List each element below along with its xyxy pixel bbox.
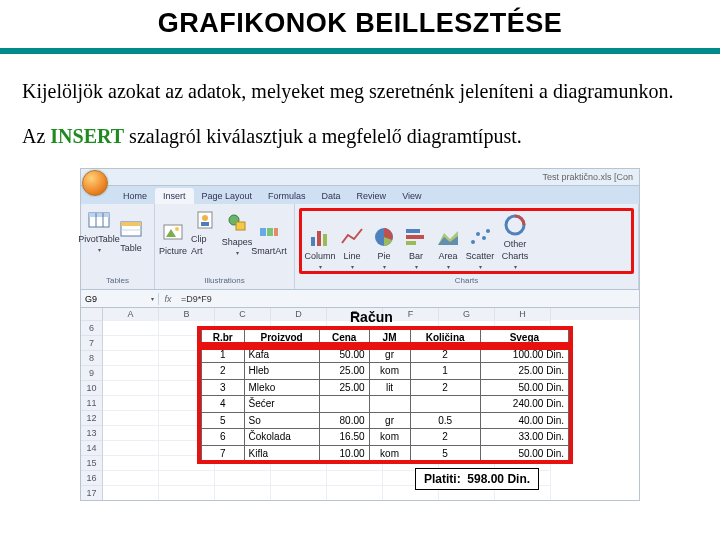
shapes-button[interactable]: Shapes▾ (223, 211, 251, 257)
row-header[interactable]: 13 (81, 425, 103, 440)
title-underline (0, 48, 720, 54)
formula-bar: G9▾ fx =D9*F9 (80, 290, 640, 308)
group-charts: Column▾ Line▾ Pie▾ (295, 204, 639, 289)
scatter-chart-button[interactable]: Scatter▾ (466, 225, 494, 271)
bar-chart-button[interactable]: Bar▾ (402, 225, 430, 271)
cell[interactable] (103, 455, 159, 470)
title-bar: GRAFIKONOK BEILLESZTÉSE (0, 0, 720, 60)
row-header[interactable]: 17 (81, 485, 103, 500)
cell[interactable] (103, 380, 159, 395)
racun-title: Račun (350, 308, 393, 327)
row-header[interactable]: 8 (81, 350, 103, 365)
smartart-button[interactable]: SmartArt (255, 220, 283, 257)
cell[interactable] (103, 395, 159, 410)
col-header[interactable]: B (159, 308, 215, 320)
paragraph-1: Kijelöljök azokat az adatok, melyeket me… (22, 78, 698, 105)
pie-chart-button[interactable]: Pie▾ (370, 225, 398, 271)
other-charts-button[interactable]: Other Charts▾ (498, 213, 532, 271)
red-highlight-header (197, 326, 573, 346)
row-header[interactable]: 15 (81, 455, 103, 470)
cell[interactable] (327, 470, 383, 485)
cell[interactable] (271, 470, 327, 485)
col-header[interactable]: A (103, 308, 159, 320)
cell[interactable] (103, 485, 159, 500)
ribbon-tabs: Home Insert Page Layout Formulas Data Re… (80, 186, 640, 204)
svg-point-11 (202, 215, 208, 221)
cell[interactable] (103, 425, 159, 440)
row-header[interactable]: 9 (81, 365, 103, 380)
office-button[interactable] (82, 170, 108, 196)
excel-screenshot: Test praktično.xls [Con Home Insert Page… (80, 168, 640, 501)
svg-rect-16 (267, 228, 273, 236)
cell[interactable] (271, 485, 327, 500)
svg-rect-19 (317, 231, 321, 246)
cell[interactable] (103, 365, 159, 380)
area-label: Area (438, 250, 457, 262)
svg-point-9 (175, 227, 179, 231)
tab-view[interactable]: View (394, 188, 429, 204)
svg-rect-15 (260, 228, 266, 236)
svg-rect-23 (406, 235, 424, 239)
tab-review[interactable]: Review (349, 188, 395, 204)
col-header[interactable]: D (271, 308, 327, 320)
cell[interactable] (159, 485, 215, 500)
tab-home[interactable]: Home (115, 188, 155, 204)
row-header[interactable]: 7 (81, 335, 103, 350)
svg-point-29 (482, 236, 486, 240)
paragraph-2-pre: Az (22, 125, 50, 147)
cell[interactable] (103, 350, 159, 365)
bar-label: Bar (409, 250, 423, 262)
select-all-corner[interactable] (81, 308, 103, 320)
cell[interactable] (327, 485, 383, 500)
svg-rect-24 (406, 241, 416, 245)
table-label: Table (120, 242, 142, 254)
row-header[interactable]: 12 (81, 410, 103, 425)
svg-rect-1 (89, 213, 109, 217)
tab-insert[interactable]: Insert (155, 188, 194, 204)
column-chart-button[interactable]: Column▾ (306, 225, 334, 271)
svg-rect-17 (274, 228, 278, 236)
col-header[interactable]: C (215, 308, 271, 320)
charts-highlight-box: Column▾ Line▾ Pie▾ (299, 208, 634, 274)
fx-icon[interactable]: fx (159, 293, 177, 305)
formula-input[interactable]: =D9*F9 (177, 293, 639, 305)
cell[interactable] (103, 440, 159, 455)
cell[interactable] (103, 335, 159, 350)
area-chart-button[interactable]: Area▾ (434, 225, 462, 271)
name-box[interactable]: G9▾ (81, 293, 159, 305)
insert-keyword: INSERT (50, 125, 124, 147)
tab-page-layout[interactable]: Page Layout (194, 188, 261, 204)
tab-data[interactable]: Data (314, 188, 349, 204)
clipart-button[interactable]: Clip Art (191, 208, 219, 257)
picture-button[interactable]: Picture (159, 220, 187, 257)
row-header[interactable]: 16 (81, 470, 103, 485)
clipart-label: Clip Art (191, 233, 219, 257)
shapes-label: Shapes (222, 236, 253, 248)
footer-value: 598.00 Din. (467, 472, 530, 486)
cell[interactable] (103, 320, 159, 335)
table-button[interactable]: Table (117, 217, 145, 254)
body-text: Kijelöljök azokat az adatok, melyeket me… (0, 60, 720, 501)
pivottable-button[interactable]: PivotTable▾ (85, 208, 113, 254)
racun-footer: Platiti: 598.00 Din. (415, 468, 539, 490)
group-illustrations: Picture Clip Art Shapes▾ (155, 204, 295, 289)
window-title: Test praktično.xls [Con (542, 171, 633, 183)
cell[interactable] (215, 485, 271, 500)
row-header[interactable]: 11 (81, 395, 103, 410)
paragraph-2-post: szalagról kiválasztjuk a megfelelő diagr… (124, 125, 522, 147)
svg-rect-14 (236, 222, 245, 230)
pie-label: Pie (377, 250, 390, 262)
cell[interactable] (159, 470, 215, 485)
row-header[interactable]: 14 (81, 440, 103, 455)
cell[interactable] (215, 470, 271, 485)
cell[interactable] (103, 410, 159, 425)
tab-formulas[interactable]: Formulas (260, 188, 314, 204)
ribbon: PivotTable▾ Table Tables (80, 204, 640, 290)
row-header[interactable]: 10 (81, 380, 103, 395)
col-header[interactable]: G (439, 308, 495, 320)
row-header[interactable]: 6 (81, 320, 103, 335)
line-chart-button[interactable]: Line▾ (338, 225, 366, 271)
svg-point-27 (471, 240, 475, 244)
col-header[interactable]: H (495, 308, 551, 320)
cell[interactable] (103, 470, 159, 485)
